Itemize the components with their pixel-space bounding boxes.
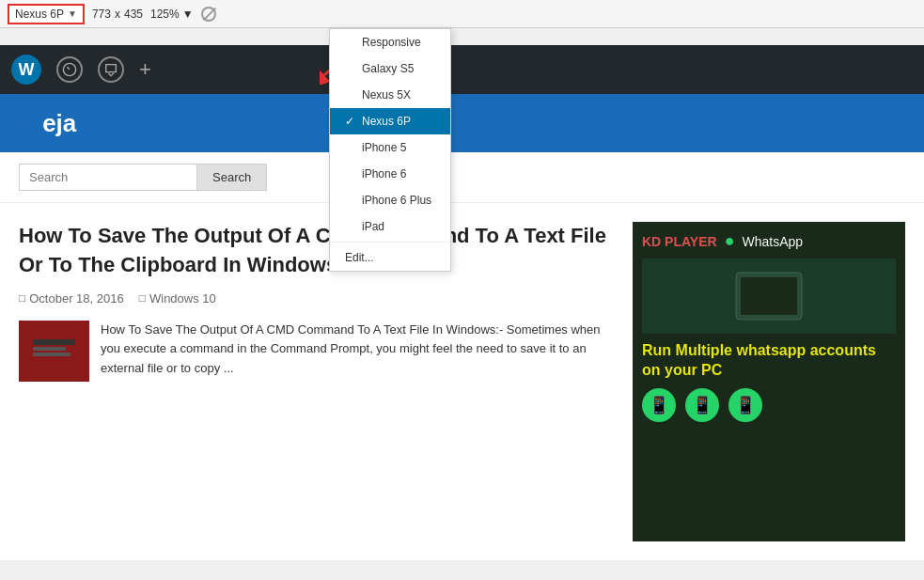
comment-icon xyxy=(103,62,118,77)
dropdown-item-ipad[interactable]: iPad xyxy=(330,213,450,240)
width-value: 773 xyxy=(92,8,111,21)
zoom-selector[interactable]: 125% ▼ xyxy=(150,8,194,21)
svg-rect-8 xyxy=(741,277,797,315)
device-selector-label: Nexus 6P xyxy=(15,8,64,21)
zoom-arrow-icon: ▼ xyxy=(182,8,194,21)
whatsapp-icons-row: 📱 📱 📱 xyxy=(642,388,896,422)
add-new-button[interactable]: + xyxy=(139,59,151,80)
check-mark-responsive xyxy=(345,36,356,49)
whatsapp-circle-3: 📱 xyxy=(728,388,762,422)
dropdown-label-nexus-6p: Nexus 6P xyxy=(362,115,411,128)
dropdown-label-iphone-5: iPhone 5 xyxy=(362,141,406,154)
zoom-value: 125% xyxy=(150,8,180,21)
height-value: 435 xyxy=(124,8,143,21)
whatsapp-circle-1: 📱 xyxy=(642,388,676,422)
x-separator: x xyxy=(115,8,120,21)
check-mark-iphone-5 xyxy=(345,141,356,154)
dimensions-display: 773 x 435 xyxy=(92,8,143,21)
check-mark-galaxy-s5 xyxy=(345,62,356,75)
gauge-icon xyxy=(62,62,77,77)
dropdown-divider xyxy=(330,242,450,243)
article-date-meta: □ October 18, 2016 xyxy=(19,291,124,306)
dropdown-item-galaxy-s5[interactable]: Galaxy S5 xyxy=(330,55,450,82)
dropdown-item-iphone-6[interactable]: iPhone 6 xyxy=(330,161,450,187)
article-category-meta: □ Windows 10 xyxy=(139,291,216,306)
gauge-icon-button[interactable] xyxy=(56,56,83,83)
ad-content: KD PLAYER ● WhatsApp Run Multiple whatsa… xyxy=(633,222,905,431)
folder-icon: □ xyxy=(139,291,146,305)
article-thumbnail xyxy=(19,321,89,382)
whatsapp-label: WhatsApp xyxy=(743,234,804,249)
no-capture-icon xyxy=(201,7,216,22)
ruler xyxy=(0,28,924,45)
article-title: How To Save The Output Of A CMD Command … xyxy=(19,222,614,280)
dropdown-item-nexus-5x[interactable]: Nexus 5X xyxy=(330,82,450,108)
check-mark-nexus-5x xyxy=(345,88,356,102)
search-bar-area: Search xyxy=(0,152,924,203)
check-mark-ipad xyxy=(345,220,356,233)
dropdown-label-galaxy-s5: Galaxy S5 xyxy=(362,62,414,75)
search-button[interactable]: Search xyxy=(197,164,267,191)
dropdown-arrow-icon: ▼ xyxy=(68,8,77,19)
whatsapp-circle-2: 📱 xyxy=(685,388,719,422)
dropdown-item-edit[interactable]: Edit... xyxy=(330,244,450,271)
tablet-icon xyxy=(731,268,807,324)
article-section: How To Save The Output Of A CMD Command … xyxy=(19,222,633,541)
whatsapp-phone-icon-3: 📱 xyxy=(735,395,756,415)
device-dropdown-menu: Responsive Galaxy S5 Nexus 5X ✓ Nexus 6P… xyxy=(329,28,451,272)
dropdown-label-iphone-6: iPhone 6 xyxy=(362,167,406,180)
ad-logos: KD PLAYER ● WhatsApp xyxy=(642,231,896,251)
dropdown-item-nexus-6p[interactable]: ✓ Nexus 6P xyxy=(330,108,450,134)
dropdown-item-iphone-5[interactable]: iPhone 5 xyxy=(330,134,450,161)
article-category: Windows 10 xyxy=(149,291,216,306)
dropdown-label-ipad: iPad xyxy=(362,220,384,233)
dropdown-label-responsive: Responsive xyxy=(362,36,421,49)
svg-rect-4 xyxy=(33,339,75,345)
article-date: October 18, 2016 xyxy=(29,291,123,306)
calendar-icon: □ xyxy=(19,291,25,305)
svg-rect-3 xyxy=(28,330,80,372)
main-content: How To Save The Output Of A CMD Command … xyxy=(0,203,924,560)
plus-icon: + xyxy=(139,57,151,81)
svg-rect-6 xyxy=(33,353,70,356)
article-preview-text: How To Save The Output Of A CMD Command … xyxy=(101,321,614,382)
site-title: ● eja xyxy=(19,108,76,138)
wordpress-logo-icon[interactable]: W xyxy=(11,55,41,85)
dropdown-label-nexus-5x: Nexus 5X xyxy=(362,88,411,102)
sidebar-advertisement: KD PLAYER ● WhatsApp Run Multiple whatsa… xyxy=(633,222,905,541)
device-selector[interactable]: Nexus 6P ▼ xyxy=(8,4,85,24)
ad-device-image xyxy=(642,259,896,334)
article-meta: □ October 18, 2016 □ Windows 10 xyxy=(19,291,614,306)
top-toolbar: Nexus 6P ▼ 773 x 435 125% ▼ xyxy=(0,0,924,28)
article-preview: How To Save The Output Of A CMD Command … xyxy=(19,321,614,382)
check-mark-nexus-6p: ✓ xyxy=(345,115,356,128)
svg-rect-5 xyxy=(33,347,66,351)
site-header: ● eja xyxy=(0,94,924,152)
whatsapp-icon: ● xyxy=(725,231,735,251)
dropdown-item-iphone-6-plus[interactable]: iPhone 6 Plus xyxy=(330,187,450,213)
whatsapp-phone-icon-2: 📱 xyxy=(692,395,713,415)
check-mark-iphone-6-plus xyxy=(345,194,356,207)
check-mark-iphone-6 xyxy=(345,167,356,180)
dropdown-label-iphone-6-plus: iPhone 6 Plus xyxy=(362,194,431,207)
whatsapp-phone-icon-1: 📱 xyxy=(649,395,669,415)
wp-logo-text: W xyxy=(19,60,35,80)
admin-bar: W + xyxy=(0,45,924,94)
ldplayer-logo: KD PLAYER xyxy=(642,234,717,249)
search-input[interactable] xyxy=(19,164,197,191)
dropdown-item-responsive[interactable]: Responsive xyxy=(330,29,450,55)
ad-headline: Run Multiple whatsapp accounts on your P… xyxy=(642,341,896,381)
comment-icon-button[interactable] xyxy=(98,56,124,83)
thumbnail-image xyxy=(28,330,80,372)
dropdown-edit-label: Edit... xyxy=(345,251,374,264)
